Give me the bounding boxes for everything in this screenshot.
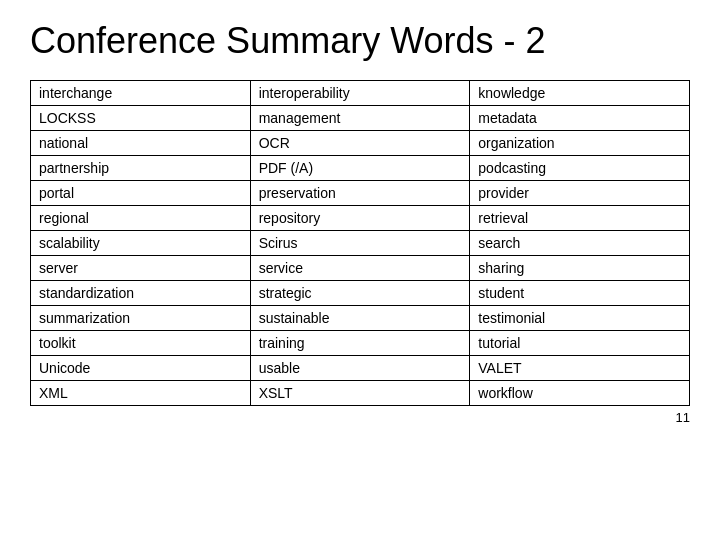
table-row: LOCKSSmanagementmetadata: [31, 106, 690, 131]
table-cell: service: [250, 256, 470, 281]
table-cell: Unicode: [31, 356, 251, 381]
table-row: toolkittrainingtutorial: [31, 331, 690, 356]
table-cell: testimonial: [470, 306, 690, 331]
table-cell: metadata: [470, 106, 690, 131]
table-row: portalpreservationprovider: [31, 181, 690, 206]
table-cell: student: [470, 281, 690, 306]
table-cell: usable: [250, 356, 470, 381]
table-cell: national: [31, 131, 251, 156]
table-cell: organization: [470, 131, 690, 156]
table-cell: LOCKSS: [31, 106, 251, 131]
table-cell: podcasting: [470, 156, 690, 181]
table-cell: VALET: [470, 356, 690, 381]
table-cell: toolkit: [31, 331, 251, 356]
summary-table: interchangeinteroperabilityknowledgeLOCK…: [30, 80, 690, 406]
table-cell: strategic: [250, 281, 470, 306]
table-cell: sharing: [470, 256, 690, 281]
table-cell: summarization: [31, 306, 251, 331]
table-cell: repository: [250, 206, 470, 231]
table-row: interchangeinteroperabilityknowledge: [31, 81, 690, 106]
page-number: 11: [30, 410, 690, 425]
page-title: Conference Summary Words - 2: [30, 20, 690, 62]
table-cell: training: [250, 331, 470, 356]
table-cell: retrieval: [470, 206, 690, 231]
table-cell: provider: [470, 181, 690, 206]
table-cell: search: [470, 231, 690, 256]
table-cell: preservation: [250, 181, 470, 206]
table-cell: standardization: [31, 281, 251, 306]
table-row: UnicodeusableVALET: [31, 356, 690, 381]
table-row: partnershipPDF (/A)podcasting: [31, 156, 690, 181]
table-cell: knowledge: [470, 81, 690, 106]
table-cell: XSLT: [250, 381, 470, 406]
table-cell: sustainable: [250, 306, 470, 331]
table-cell: regional: [31, 206, 251, 231]
table-row: XMLXSLTworkflow: [31, 381, 690, 406]
table-cell: partnership: [31, 156, 251, 181]
table-row: regionalrepositoryretrieval: [31, 206, 690, 231]
table-cell: XML: [31, 381, 251, 406]
table-cell: workflow: [470, 381, 690, 406]
table-cell: portal: [31, 181, 251, 206]
table-cell: tutorial: [470, 331, 690, 356]
table-row: serverservicesharing: [31, 256, 690, 281]
table-cell: management: [250, 106, 470, 131]
table-row: nationalOCRorganization: [31, 131, 690, 156]
table-row: standardizationstrategicstudent: [31, 281, 690, 306]
table-cell: interoperability: [250, 81, 470, 106]
table-cell: server: [31, 256, 251, 281]
table-row: scalabilityScirussearch: [31, 231, 690, 256]
table-cell: interchange: [31, 81, 251, 106]
table-cell: PDF (/A): [250, 156, 470, 181]
table-row: summarizationsustainabletestimonial: [31, 306, 690, 331]
table-cell: scalability: [31, 231, 251, 256]
table-cell: Scirus: [250, 231, 470, 256]
table-cell: OCR: [250, 131, 470, 156]
